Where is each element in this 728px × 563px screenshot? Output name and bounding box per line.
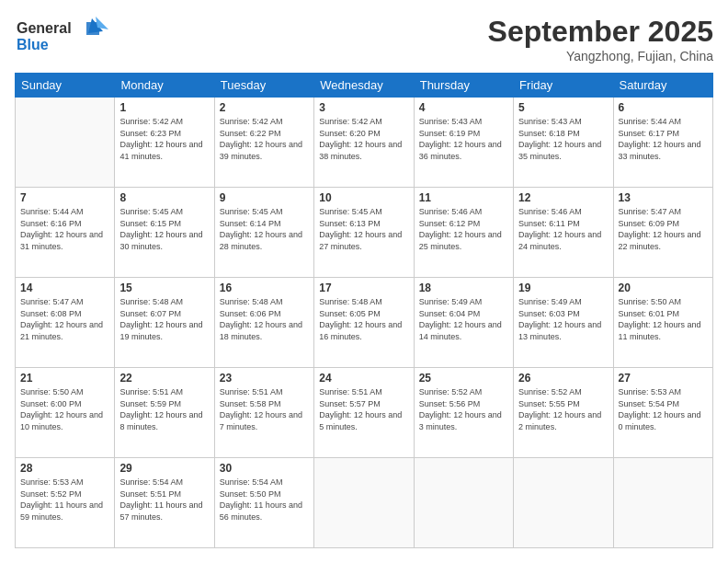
calendar-cell: 1Sunrise: 5:42 AM Sunset: 6:23 PM Daylig… bbox=[115, 98, 214, 188]
col-monday: Monday bbox=[115, 74, 214, 98]
calendar-cell: 10Sunrise: 5:45 AM Sunset: 6:13 PM Dayli… bbox=[314, 188, 414, 278]
day-detail: Sunrise: 5:50 AM Sunset: 6:01 PM Dayligh… bbox=[619, 296, 708, 342]
day-number: 19 bbox=[518, 282, 608, 294]
day-number: 28 bbox=[20, 462, 109, 475]
day-detail: Sunrise: 5:51 AM Sunset: 5:58 PM Dayligh… bbox=[220, 386, 309, 432]
day-detail: Sunrise: 5:49 AM Sunset: 6:03 PM Dayligh… bbox=[518, 296, 608, 342]
col-wednesday: Wednesday bbox=[314, 74, 414, 98]
day-detail: Sunrise: 5:48 AM Sunset: 6:07 PM Dayligh… bbox=[119, 296, 209, 342]
calendar-cell: 17Sunrise: 5:48 AM Sunset: 6:05 PM Dayli… bbox=[314, 278, 414, 368]
calendar-cell: 5Sunrise: 5:43 AM Sunset: 6:18 PM Daylig… bbox=[514, 98, 613, 188]
day-detail: Sunrise: 5:54 AM Sunset: 5:50 PM Dayligh… bbox=[220, 477, 309, 523]
calendar-cell: 8Sunrise: 5:45 AM Sunset: 6:15 PM Daylig… bbox=[115, 188, 214, 278]
calendar-cell: 24Sunrise: 5:51 AM Sunset: 5:57 PM Dayli… bbox=[314, 368, 414, 458]
day-number: 25 bbox=[419, 372, 508, 385]
day-detail: Sunrise: 5:45 AM Sunset: 6:15 PM Dayligh… bbox=[119, 206, 209, 252]
calendar-cell: 20Sunrise: 5:50 AM Sunset: 6:01 PM Dayli… bbox=[613, 278, 712, 368]
day-number: 17 bbox=[319, 282, 408, 294]
day-number: 18 bbox=[419, 282, 508, 294]
calendar-cell bbox=[613, 458, 712, 548]
day-detail: Sunrise: 5:54 AM Sunset: 5:51 PM Dayligh… bbox=[119, 477, 209, 523]
day-number: 14 bbox=[20, 282, 109, 294]
day-number: 2 bbox=[220, 101, 309, 114]
day-number: 20 bbox=[619, 282, 708, 294]
day-detail: Sunrise: 5:52 AM Sunset: 5:56 PM Dayligh… bbox=[419, 386, 508, 432]
day-number: 1 bbox=[119, 101, 209, 114]
day-detail: Sunrise: 5:51 AM Sunset: 5:59 PM Dayligh… bbox=[119, 386, 209, 432]
calendar-cell bbox=[514, 458, 613, 548]
day-number: 15 bbox=[119, 282, 209, 294]
calendar-table: Sunday Monday Tuesday Wednesday Thursday… bbox=[15, 73, 713, 548]
col-sunday: Sunday bbox=[16, 74, 115, 98]
calendar-cell: 26Sunrise: 5:52 AM Sunset: 5:55 PM Dayli… bbox=[514, 368, 613, 458]
day-number: 24 bbox=[319, 372, 408, 385]
day-detail: Sunrise: 5:42 AM Sunset: 6:22 PM Dayligh… bbox=[220, 116, 309, 162]
day-detail: Sunrise: 5:52 AM Sunset: 5:55 PM Dayligh… bbox=[518, 386, 608, 432]
header: General Blue September 2025 Yangzhong, F… bbox=[15, 15, 713, 63]
day-detail: Sunrise: 5:47 AM Sunset: 6:09 PM Dayligh… bbox=[619, 206, 708, 252]
col-tuesday: Tuesday bbox=[214, 74, 313, 98]
calendar-cell bbox=[414, 458, 513, 548]
title-block: September 2025 Yangzhong, Fujian, China bbox=[488, 15, 713, 63]
day-number: 21 bbox=[20, 372, 109, 385]
day-number: 6 bbox=[619, 101, 708, 114]
svg-text:General: General bbox=[17, 20, 72, 36]
calendar-cell: 11Sunrise: 5:46 AM Sunset: 6:12 PM Dayli… bbox=[414, 188, 513, 278]
day-number: 12 bbox=[518, 191, 608, 204]
calendar-week-row: 21Sunrise: 5:50 AM Sunset: 6:00 PM Dayli… bbox=[16, 368, 713, 458]
calendar-cell: 9Sunrise: 5:45 AM Sunset: 6:14 PM Daylig… bbox=[214, 188, 313, 278]
calendar-week-row: 28Sunrise: 5:53 AM Sunset: 5:52 PM Dayli… bbox=[16, 458, 713, 548]
page: General Blue September 2025 Yangzhong, F… bbox=[0, 0, 728, 563]
calendar-cell: 15Sunrise: 5:48 AM Sunset: 6:07 PM Dayli… bbox=[115, 278, 214, 368]
day-number: 4 bbox=[419, 101, 508, 114]
day-number: 26 bbox=[518, 372, 608, 385]
day-number: 13 bbox=[619, 191, 708, 204]
calendar-cell: 2Sunrise: 5:42 AM Sunset: 6:22 PM Daylig… bbox=[214, 98, 313, 188]
day-number: 3 bbox=[319, 101, 408, 114]
day-detail: Sunrise: 5:49 AM Sunset: 6:04 PM Dayligh… bbox=[419, 296, 508, 342]
day-number: 22 bbox=[119, 372, 209, 385]
day-detail: Sunrise: 5:45 AM Sunset: 6:13 PM Dayligh… bbox=[319, 206, 408, 252]
day-number: 5 bbox=[518, 101, 608, 114]
col-saturday: Saturday bbox=[613, 74, 712, 98]
calendar-cell: 22Sunrise: 5:51 AM Sunset: 5:59 PM Dayli… bbox=[115, 368, 214, 458]
col-friday: Friday bbox=[514, 74, 613, 98]
calendar-cell: 13Sunrise: 5:47 AM Sunset: 6:09 PM Dayli… bbox=[613, 188, 712, 278]
day-number: 30 bbox=[220, 462, 309, 475]
calendar-cell: 28Sunrise: 5:53 AM Sunset: 5:52 PM Dayli… bbox=[16, 458, 115, 548]
calendar-cell: 12Sunrise: 5:46 AM Sunset: 6:11 PM Dayli… bbox=[514, 188, 613, 278]
day-detail: Sunrise: 5:48 AM Sunset: 6:06 PM Dayligh… bbox=[220, 296, 309, 342]
calendar-cell: 30Sunrise: 5:54 AM Sunset: 5:50 PM Dayli… bbox=[214, 458, 313, 548]
day-detail: Sunrise: 5:44 AM Sunset: 6:16 PM Dayligh… bbox=[20, 206, 109, 252]
calendar-cell: 23Sunrise: 5:51 AM Sunset: 5:58 PM Dayli… bbox=[214, 368, 313, 458]
day-detail: Sunrise: 5:53 AM Sunset: 5:52 PM Dayligh… bbox=[20, 477, 109, 523]
day-detail: Sunrise: 5:45 AM Sunset: 6:14 PM Dayligh… bbox=[220, 206, 309, 252]
day-number: 8 bbox=[119, 191, 209, 204]
day-detail: Sunrise: 5:42 AM Sunset: 6:23 PM Dayligh… bbox=[119, 116, 209, 162]
location: Yangzhong, Fujian, China bbox=[488, 49, 713, 63]
day-detail: Sunrise: 5:51 AM Sunset: 5:57 PM Dayligh… bbox=[319, 386, 408, 432]
logo: General Blue bbox=[15, 15, 116, 59]
calendar-week-row: 1Sunrise: 5:42 AM Sunset: 6:23 PM Daylig… bbox=[16, 98, 713, 188]
calendar-cell: 27Sunrise: 5:53 AM Sunset: 5:54 PM Dayli… bbox=[613, 368, 712, 458]
day-detail: Sunrise: 5:42 AM Sunset: 6:20 PM Dayligh… bbox=[319, 116, 408, 162]
day-detail: Sunrise: 5:46 AM Sunset: 6:12 PM Dayligh… bbox=[419, 206, 508, 252]
calendar-cell: 3Sunrise: 5:42 AM Sunset: 6:20 PM Daylig… bbox=[314, 98, 414, 188]
day-detail: Sunrise: 5:43 AM Sunset: 6:18 PM Dayligh… bbox=[518, 116, 608, 162]
day-detail: Sunrise: 5:44 AM Sunset: 6:17 PM Dayligh… bbox=[619, 116, 708, 162]
svg-text:Blue: Blue bbox=[17, 37, 49, 52]
day-detail: Sunrise: 5:47 AM Sunset: 6:08 PM Dayligh… bbox=[20, 296, 109, 342]
month-title: September 2025 bbox=[488, 15, 713, 49]
day-detail: Sunrise: 5:48 AM Sunset: 6:05 PM Dayligh… bbox=[319, 296, 408, 342]
calendar-cell: 14Sunrise: 5:47 AM Sunset: 6:08 PM Dayli… bbox=[16, 278, 115, 368]
col-thursday: Thursday bbox=[414, 74, 513, 98]
calendar-cell: 4Sunrise: 5:43 AM Sunset: 6:19 PM Daylig… bbox=[414, 98, 513, 188]
logo-text: General Blue bbox=[15, 15, 116, 59]
day-detail: Sunrise: 5:46 AM Sunset: 6:11 PM Dayligh… bbox=[518, 206, 608, 252]
svg-marker-4 bbox=[96, 17, 108, 29]
calendar-cell: 25Sunrise: 5:52 AM Sunset: 5:56 PM Dayli… bbox=[414, 368, 513, 458]
day-number: 29 bbox=[119, 462, 209, 475]
day-detail: Sunrise: 5:53 AM Sunset: 5:54 PM Dayligh… bbox=[619, 386, 708, 432]
calendar-cell bbox=[314, 458, 414, 548]
day-detail: Sunrise: 5:50 AM Sunset: 6:00 PM Dayligh… bbox=[20, 386, 109, 432]
